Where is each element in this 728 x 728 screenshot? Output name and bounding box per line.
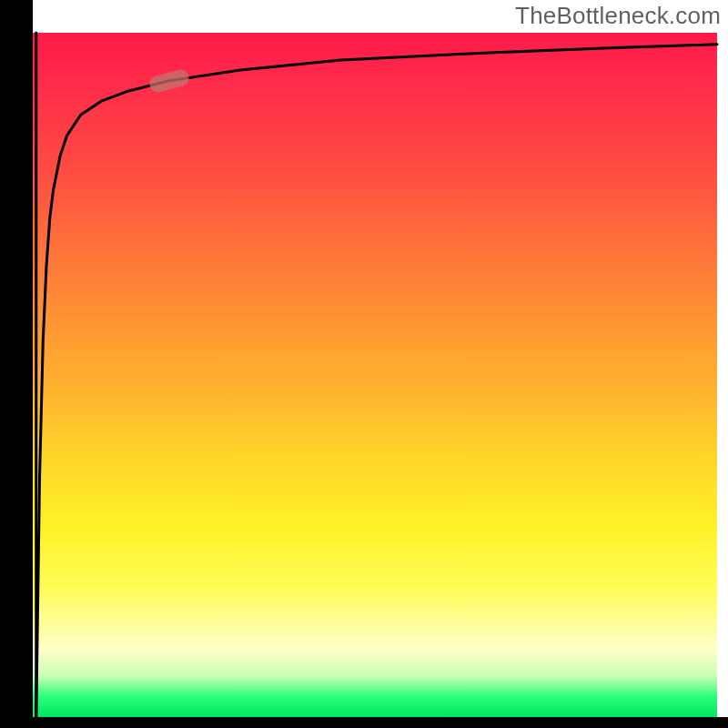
chart-root: TheBottleneck.com [0,0,728,728]
curve-layer [0,0,728,728]
curve-group [36,33,717,717]
series-curve [36,45,717,717]
